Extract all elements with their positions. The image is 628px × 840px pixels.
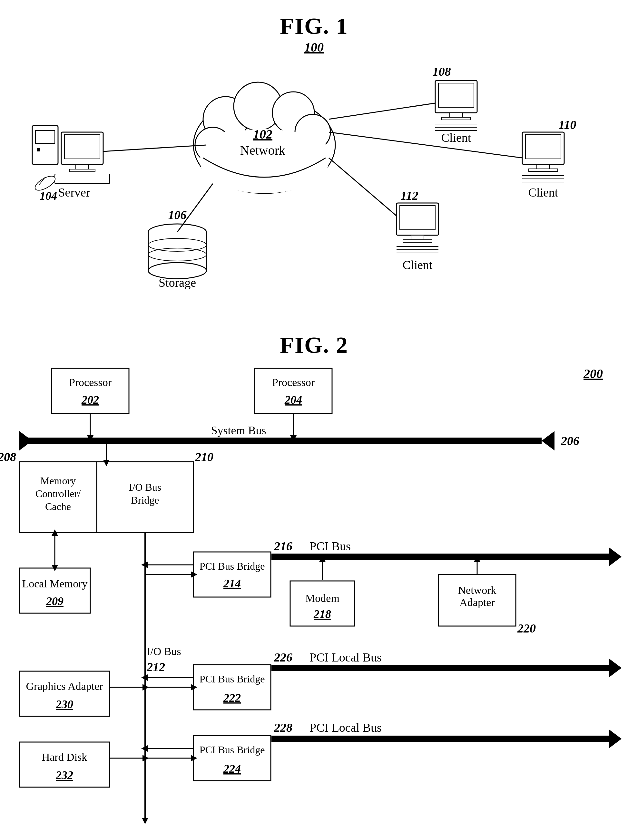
svg-text:226: 226 <box>274 651 293 664</box>
svg-text:PCI Bus Bridge: PCI Bus Bridge <box>199 561 265 572</box>
svg-rect-36 <box>529 169 558 171</box>
svg-rect-20 <box>148 232 206 271</box>
svg-line-50 <box>329 132 522 158</box>
svg-rect-11 <box>37 148 40 152</box>
svg-text:Cache: Cache <box>45 501 71 512</box>
svg-text:Server: Server <box>58 186 90 199</box>
svg-text:Processor: Processor <box>272 376 315 388</box>
svg-rect-14 <box>76 164 89 169</box>
svg-text:206: 206 <box>561 434 579 448</box>
svg-marker-73 <box>542 431 555 450</box>
svg-marker-140 <box>271 665 609 671</box>
svg-marker-127 <box>142 684 149 690</box>
svg-rect-12 <box>61 132 103 164</box>
svg-text:110: 110 <box>559 118 576 131</box>
svg-marker-107 <box>191 571 197 578</box>
svg-text:104: 104 <box>40 189 57 202</box>
svg-text:220: 220 <box>517 622 536 635</box>
svg-rect-13 <box>65 135 100 159</box>
svg-rect-16 <box>55 174 110 184</box>
svg-marker-100 <box>142 818 148 824</box>
svg-rect-144 <box>193 736 271 781</box>
page: FIG. 1 100 <box>0 0 628 840</box>
svg-text:Client: Client <box>403 258 433 272</box>
svg-text:Graphics Adapter: Graphics Adapter <box>26 680 103 692</box>
svg-marker-122 <box>474 556 480 562</box>
svg-text:I/O Bus: I/O Bus <box>129 482 161 493</box>
svg-text:216: 216 <box>274 539 293 553</box>
svg-text:204: 204 <box>284 393 302 406</box>
svg-marker-150 <box>191 755 197 761</box>
svg-marker-109 <box>609 547 622 567</box>
svg-point-0 <box>193 97 335 193</box>
svg-text:209: 209 <box>46 595 63 608</box>
svg-rect-9 <box>32 126 58 164</box>
svg-rect-43 <box>403 240 432 242</box>
svg-marker-90 <box>103 460 110 466</box>
svg-text:Storage: Storage <box>158 276 196 289</box>
svg-marker-105 <box>141 562 148 568</box>
svg-marker-141 <box>609 658 622 677</box>
svg-text:Bridge: Bridge <box>131 494 159 506</box>
svg-marker-139 <box>191 684 197 690</box>
svg-text:Local Memory: Local Memory <box>22 578 88 590</box>
svg-rect-29 <box>442 117 471 120</box>
fig2-title: FIG. 2 <box>19 332 609 358</box>
svg-text:PCI Local Bus: PCI Local Bus <box>310 721 382 734</box>
fig2-svg: 200 Processor 202 Processor 204 System B… <box>19 362 609 829</box>
svg-point-23 <box>148 263 206 279</box>
svg-text:PCI Local Bus: PCI Local Bus <box>310 651 382 664</box>
svg-text:Memory: Memory <box>40 475 76 486</box>
fig1-svg: 104 102 Network 106 Storage 108 Client 1… <box>19 61 609 325</box>
svg-text:Network: Network <box>458 584 497 596</box>
svg-rect-133 <box>193 665 271 710</box>
svg-rect-35 <box>537 164 550 169</box>
svg-rect-117 <box>438 575 516 626</box>
svg-point-1 <box>203 97 248 142</box>
svg-marker-96 <box>52 565 58 571</box>
svg-rect-68 <box>255 368 332 414</box>
svg-marker-77 <box>87 435 93 442</box>
svg-text:228: 228 <box>274 721 293 734</box>
svg-text:106: 106 <box>168 208 187 222</box>
svg-marker-95 <box>52 529 58 536</box>
fig2-area: 200 Processor 202 Processor 204 System B… <box>19 362 609 829</box>
svg-text:108: 108 <box>433 65 451 78</box>
svg-text:I/O Bus: I/O Bus <box>147 646 181 657</box>
svg-text:102: 102 <box>253 127 272 141</box>
svg-point-17 <box>33 173 57 193</box>
fig1-title: FIG. 1 <box>19 13 609 39</box>
svg-rect-41 <box>400 205 435 230</box>
svg-marker-72 <box>19 431 32 450</box>
svg-marker-108 <box>271 554 609 560</box>
svg-marker-79 <box>290 435 297 442</box>
svg-line-48 <box>177 184 213 232</box>
svg-rect-15 <box>69 169 95 172</box>
svg-text:Processor: Processor <box>69 376 112 388</box>
svg-rect-34 <box>525 135 561 159</box>
svg-text:200: 200 <box>583 366 603 381</box>
svg-line-49 <box>329 103 435 119</box>
svg-point-25 <box>148 248 206 261</box>
svg-text:210: 210 <box>195 450 214 464</box>
svg-text:232: 232 <box>55 769 73 782</box>
svg-text:Network: Network <box>240 143 285 158</box>
svg-marker-116 <box>319 556 326 562</box>
svg-text:System Bus: System Bus <box>211 424 266 437</box>
svg-text:Client: Client <box>441 131 471 144</box>
svg-text:212: 212 <box>146 660 165 674</box>
svg-rect-65 <box>52 368 129 414</box>
svg-text:222: 222 <box>223 692 241 704</box>
svg-rect-128 <box>19 742 110 787</box>
svg-text:PCI Bus: PCI Bus <box>310 539 351 553</box>
svg-marker-132 <box>142 755 149 761</box>
svg-text:Controller/: Controller/ <box>35 488 81 499</box>
svg-rect-33 <box>522 132 564 164</box>
svg-text:202: 202 <box>81 393 99 406</box>
svg-line-18 <box>39 177 45 185</box>
svg-text:Client: Client <box>528 186 558 199</box>
svg-point-2 <box>234 82 282 131</box>
svg-rect-27 <box>438 83 474 107</box>
fig1-area: 104 102 Network 106 Storage 108 Client 1… <box>19 61 609 325</box>
svg-point-5 <box>195 127 231 163</box>
